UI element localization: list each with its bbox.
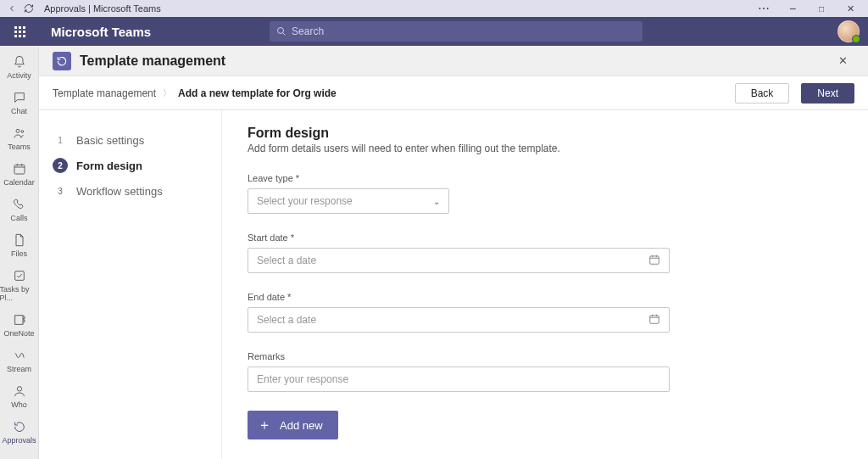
- brand-label: Microsoft Teams: [39, 25, 151, 39]
- leave-type-select[interactable]: Select your response ⌄: [248, 188, 449, 214]
- remarks-input[interactable]: Enter your response: [248, 367, 670, 392]
- date-placeholder: Select a date: [257, 255, 316, 266]
- wizard-steps: 1 Basic settings 2 Form design 3 Workflo…: [39, 110, 222, 459]
- close-window-icon[interactable]: [836, 0, 865, 17]
- end-date-input[interactable]: Select a date: [248, 307, 670, 333]
- file-icon: [12, 232, 27, 248]
- phone-icon: [12, 197, 27, 212]
- step-number: 3: [53, 183, 68, 199]
- minimize-icon[interactable]: [778, 0, 807, 17]
- rail-label: Calendar: [3, 178, 35, 187]
- rail-label: Files: [11, 249, 27, 258]
- onenote-icon: [12, 312, 27, 327]
- next-button[interactable]: Next: [801, 83, 854, 104]
- tasks-icon: [12, 268, 27, 283]
- refresh-icon[interactable]: [20, 0, 37, 17]
- stream-icon: [12, 348, 27, 363]
- rail-files[interactable]: Files: [0, 229, 39, 263]
- date-placeholder: Select a date: [257, 314, 316, 326]
- field-start-date: Start date * Select a date: [248, 232, 843, 273]
- back-button[interactable]: Back: [735, 83, 790, 104]
- plus-icon: ＋: [258, 417, 271, 434]
- chevron-right-icon: 〉: [163, 87, 171, 99]
- avatar[interactable]: [837, 20, 860, 42]
- rail-tasks[interactable]: Tasks by Pl...: [0, 265, 39, 307]
- svg-line-1: [283, 33, 286, 36]
- field-label: End date *: [248, 292, 843, 302]
- svg-point-0: [278, 28, 284, 34]
- rail-activity[interactable]: Activity: [0, 51, 39, 85]
- page-header: Template management: [39, 46, 868, 76]
- step-basic-settings[interactable]: 1 Basic settings: [49, 127, 213, 153]
- breadcrumb-root[interactable]: Template management: [53, 87, 156, 99]
- step-label: Basic settings: [76, 134, 144, 147]
- rail-stream[interactable]: Stream: [0, 344, 39, 378]
- bell-icon: [12, 54, 27, 70]
- rail-label: Teams: [8, 143, 31, 151]
- svg-rect-9: [650, 315, 659, 322]
- svg-point-7: [17, 387, 21, 391]
- rail-approvals[interactable]: Approvals: [0, 416, 39, 450]
- rail-label: OneNote: [3, 329, 34, 338]
- rail-onenote[interactable]: OneNote: [0, 309, 39, 343]
- chat-icon: [12, 90, 27, 105]
- field-label: Start date *: [248, 232, 843, 243]
- close-panel-icon[interactable]: [831, 49, 854, 73]
- step-label: Form design: [76, 160, 142, 172]
- add-new-button[interactable]: ＋ Add new: [248, 411, 338, 439]
- calendar-icon: [648, 254, 660, 268]
- maximize-icon[interactable]: [807, 0, 836, 17]
- rail-more[interactable]: [0, 453, 39, 459]
- calendar-icon: [648, 313, 660, 327]
- step-form-design[interactable]: 2 Form design: [49, 153, 213, 178]
- input-placeholder: Enter your response: [257, 373, 348, 385]
- add-new-label: Add new: [280, 419, 323, 432]
- form-heading: Form design: [248, 126, 843, 141]
- svg-point-3: [21, 131, 24, 133]
- search-icon: [276, 26, 287, 36]
- start-date-input[interactable]: Select a date: [248, 248, 670, 273]
- app-rail: Activity Chat Teams Calendar Calls Files…: [0, 46, 39, 459]
- app-launcher[interactable]: [0, 26, 39, 37]
- approvals-app-icon: [53, 52, 71, 70]
- rail-teams[interactable]: Teams: [0, 122, 39, 156]
- approvals-icon: [12, 419, 27, 434]
- field-label: Leave type *: [248, 173, 843, 183]
- svg-point-2: [16, 129, 19, 132]
- back-icon[interactable]: [3, 0, 20, 17]
- rail-label: Stream: [7, 365, 31, 373]
- chevron-down-icon: ⌄: [433, 197, 440, 206]
- rail-label: Activity: [7, 71, 31, 80]
- field-remarks: Remarks Enter your response: [248, 351, 843, 392]
- waffle-icon: [14, 26, 25, 37]
- rail-calendar[interactable]: Calendar: [0, 158, 39, 192]
- rail-label: Chat: [11, 107, 27, 115]
- svg-rect-8: [650, 255, 659, 263]
- rail-label: Calls: [10, 214, 27, 222]
- window-title: Approvals | Microsoft Teams: [44, 3, 749, 14]
- rail-chat[interactable]: Chat: [0, 87, 39, 120]
- breadcrumb-current: Add a new template for Org wide: [178, 87, 337, 99]
- page-title: Template management: [80, 53, 831, 69]
- select-placeholder: Select your response: [257, 195, 353, 207]
- rail-who[interactable]: Who: [0, 380, 39, 414]
- breadcrumb-bar: Template management 〉 Add a new template…: [39, 76, 868, 110]
- step-workflow-settings[interactable]: 3 Workflow settings: [49, 178, 213, 204]
- form-design-panel: Form design Add form details users will …: [222, 110, 868, 459]
- step-number: 2: [53, 158, 68, 173]
- rail-label: Approvals: [2, 436, 36, 445]
- rail-label: Tasks by Pl...: [0, 285, 39, 302]
- rail-label: Who: [11, 400, 27, 409]
- field-end-date: End date * Select a date: [248, 292, 843, 333]
- svg-rect-4: [14, 165, 25, 174]
- search-input[interactable]: Search: [270, 21, 643, 42]
- calendar-icon: [12, 161, 27, 176]
- rail-calls[interactable]: Calls: [0, 193, 39, 227]
- svg-rect-6: [14, 316, 22, 325]
- step-label: Workflow settings: [76, 185, 163, 198]
- window-titlebar: Approvals | Microsoft Teams: [0, 0, 868, 17]
- svg-rect-5: [14, 271, 24, 281]
- form-subtitle: Add form details users will need to ente…: [248, 143, 843, 154]
- more-icon[interactable]: [749, 0, 778, 17]
- search-placeholder: Search: [292, 25, 324, 37]
